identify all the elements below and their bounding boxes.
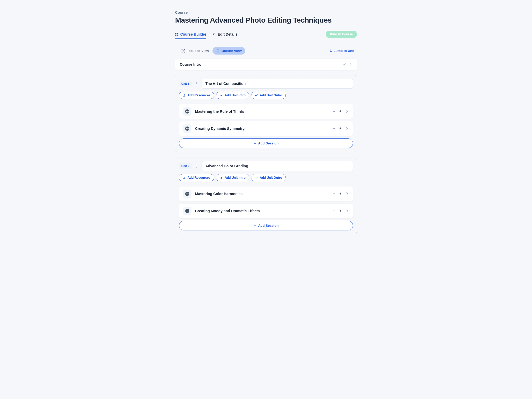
unit-menu-kebab[interactable]: ⋮ — [194, 164, 199, 168]
session-title: Mastering the Rule of Thirds — [195, 109, 244, 114]
tab-label: Edit Details — [218, 32, 237, 36]
page-title: Mastering Advanced Photo Editing Techniq… — [175, 16, 357, 24]
svg-rect-7 — [217, 49, 220, 50]
add-session-button[interactable]: Add Session — [179, 138, 353, 148]
plus-icon — [254, 224, 257, 227]
svg-rect-2 — [175, 35, 176, 36]
svg-rect-10 — [183, 96, 185, 96]
unit-menu-kebab[interactable]: ⋮ — [194, 82, 199, 86]
fire-icon[interactable] — [338, 127, 342, 130]
plus-icon — [254, 142, 257, 145]
svg-rect-8 — [217, 51, 220, 51]
upload-icon — [183, 94, 186, 97]
outline-icon — [216, 49, 220, 53]
session-icon — [183, 124, 191, 133]
wave-icon — [220, 94, 223, 97]
tabs: Course Builder Edit Details Publish Cour… — [175, 30, 357, 39]
fire-icon[interactable] — [338, 209, 342, 213]
session-title: Creating Moody and Dramatic Effects — [195, 209, 260, 213]
svg-rect-3 — [177, 35, 178, 36]
add-unit-outro-chip[interactable]: Add Unit Outro — [251, 92, 286, 99]
publish-button[interactable]: Publish Course — [326, 31, 357, 38]
chevron-right-icon[interactable] — [345, 110, 349, 113]
unit-title-input[interactable] — [202, 161, 353, 171]
tab-label: Course Builder — [180, 32, 206, 36]
svg-rect-9 — [217, 52, 220, 52]
chip-label: Add Resources — [188, 94, 210, 97]
chevron-right-icon[interactable] — [345, 127, 349, 130]
add-session-button[interactable]: Add Session — [179, 221, 353, 230]
course-intro-title: Course Intro — [180, 62, 201, 66]
add-resources-chip[interactable]: Add Resources — [179, 92, 214, 99]
chip-label: Add Unit Intro — [225, 176, 245, 179]
session-more-icon[interactable]: ··· — [331, 192, 335, 196]
checklist-icon — [255, 176, 258, 179]
wave-icon — [220, 176, 223, 179]
chevron-right-icon[interactable] — [345, 209, 349, 213]
session-card[interactable]: Mastering Color Harmonies ··· — [179, 187, 353, 201]
breadcrumb: Course — [175, 10, 357, 15]
session-icon — [183, 190, 191, 198]
view-label: Focused View — [187, 49, 209, 53]
edit-list-icon — [212, 32, 216, 36]
jump-label: Jump to Unit — [334, 49, 354, 53]
session-title: Creating Dynamic Symmetry — [195, 127, 245, 131]
course-intro-card[interactable]: Course Intro — [175, 59, 357, 70]
grid-icon — [175, 32, 179, 36]
chip-label: Add Unit Intro — [225, 94, 245, 97]
unit-title-input[interactable] — [202, 79, 353, 89]
add-resources-chip[interactable]: Add Resources — [179, 174, 214, 181]
focused-icon — [181, 49, 185, 53]
add-unit-intro-chip[interactable]: Add Unit Intro — [216, 92, 249, 99]
session-more-icon[interactable]: ··· — [331, 127, 335, 131]
check-icon — [342, 63, 346, 66]
session-card[interactable]: Mastering the Rule of Thirds ··· — [179, 104, 353, 119]
view-focused[interactable]: Focused View — [178, 47, 212, 55]
chevron-right-icon[interactable] — [345, 192, 349, 196]
unit-badge: Unit 1 — [179, 81, 192, 87]
view-outline[interactable]: Outline View — [212, 47, 245, 55]
svg-rect-0 — [175, 33, 176, 34]
fire-icon[interactable] — [338, 110, 342, 113]
svg-rect-4 — [213, 33, 215, 34]
arrow-down-icon — [329, 49, 332, 52]
upload-icon — [183, 176, 186, 179]
unit: Unit 2 ⋮ Add Resources Add Unit Intro Ad… — [175, 157, 357, 234]
chip-label: Add Unit Outro — [260, 94, 282, 97]
add-unit-intro-chip[interactable]: Add Unit Intro — [216, 174, 249, 181]
view-row: Focused View Outline View Jump to Unit — [175, 47, 357, 55]
chip-label: Add Resources — [188, 176, 210, 179]
add-unit-outro-chip[interactable]: Add Unit Outro — [251, 174, 286, 181]
session-more-icon[interactable]: ··· — [331, 209, 335, 213]
svg-rect-1 — [177, 33, 178, 34]
chevron-right-icon[interactable] — [349, 63, 352, 66]
session-icon — [183, 107, 191, 116]
svg-rect-5 — [213, 34, 214, 35]
view-label: Outline View — [221, 49, 242, 53]
add-session-label: Add Session — [258, 141, 279, 145]
session-card[interactable]: Creating Dynamic Symmetry ··· — [179, 121, 353, 136]
tab-course-builder[interactable]: Course Builder — [175, 30, 206, 39]
unit-badge: Unit 2 — [179, 163, 192, 169]
fire-icon[interactable] — [338, 192, 342, 196]
svg-point-6 — [183, 50, 184, 51]
session-more-icon[interactable]: ··· — [331, 109, 335, 114]
checklist-icon — [255, 94, 258, 97]
session-card[interactable]: Creating Moody and Dramatic Effects ··· — [179, 204, 353, 218]
session-icon — [183, 207, 191, 215]
session-title: Mastering Color Harmonies — [195, 192, 243, 196]
add-session-label: Add Session — [258, 224, 279, 228]
chip-label: Add Unit Outro — [260, 176, 282, 179]
tab-edit-details[interactable]: Edit Details — [212, 30, 237, 39]
svg-rect-11 — [183, 178, 185, 179]
unit: Unit 1 ⋮ Add Resources Add Unit Intro Ad… — [175, 75, 357, 152]
jump-to-unit[interactable]: Jump to Unit — [329, 49, 354, 53]
